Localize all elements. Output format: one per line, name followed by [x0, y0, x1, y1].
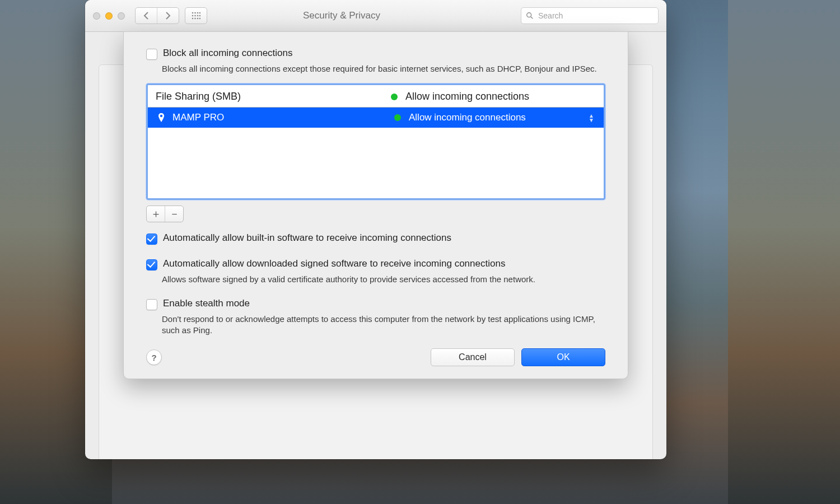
- maximize-icon[interactable]: [118, 12, 125, 20]
- stealth-desc: Don't respond to or acknowledge attempts…: [162, 314, 599, 337]
- chevron-updown-icon: ▲▼: [587, 114, 596, 122]
- search-icon: [526, 12, 534, 20]
- apps-list-empty: [148, 128, 604, 198]
- status-dot-icon: [394, 114, 401, 121]
- search-field[interactable]: [521, 7, 659, 24]
- firewall-options-sheet: Block all incoming connections Blocks al…: [123, 31, 628, 379]
- stealth-label: Enable stealth mode: [163, 298, 250, 309]
- add-button[interactable]: ＋: [147, 206, 165, 222]
- stealth-option[interactable]: Enable stealth mode: [146, 298, 605, 310]
- app-name: MAMP PRO: [172, 112, 394, 123]
- desktop-bg-right: [728, 0, 840, 504]
- remove-button[interactable]: －: [165, 206, 183, 222]
- service-name: File Sharing (SMB): [156, 91, 391, 102]
- auto-builtin-option[interactable]: Automatically allow built-in software to…: [146, 232, 605, 245]
- auto-builtin-checkbox[interactable]: [146, 234, 157, 245]
- cancel-button[interactable]: Cancel: [431, 348, 515, 366]
- window-title: Security & Privacy: [168, 10, 515, 21]
- traffic-lights: [93, 12, 125, 20]
- svg-point-15: [160, 115, 162, 117]
- service-row[interactable]: File Sharing (SMB) Allow incoming connec…: [148, 85, 604, 108]
- search-input[interactable]: [537, 11, 654, 21]
- block-all-label: Block all incoming connections: [163, 48, 293, 59]
- block-all-desc: Blocks all incoming connections except t…: [162, 63, 599, 74]
- close-icon[interactable]: [93, 12, 100, 20]
- auto-signed-label: Automatically allow downloaded signed so…: [163, 258, 505, 269]
- firewall-apps-list[interactable]: File Sharing (SMB) Allow incoming connec…: [146, 83, 605, 200]
- app-row-selected[interactable]: MAMP PRO Allow incoming connections ▲▼: [148, 108, 604, 128]
- block-all-checkbox[interactable]: [146, 49, 157, 60]
- window-toolbar: Security & Privacy: [85, 0, 666, 32]
- minimize-icon[interactable]: [105, 12, 113, 20]
- auto-signed-option[interactable]: Automatically allow downloaded signed so…: [146, 258, 605, 270]
- svg-line-14: [531, 17, 533, 18]
- sheet-footer: ? Cancel OK: [146, 348, 605, 366]
- ok-button[interactable]: OK: [521, 348, 605, 366]
- app-status-select[interactable]: Allow incoming connections ▲▼: [394, 112, 596, 123]
- add-remove-buttons: ＋ －: [146, 206, 184, 222]
- back-button[interactable]: [136, 8, 157, 24]
- block-all-option[interactable]: Block all incoming connections: [146, 48, 605, 60]
- app-icon: [156, 112, 167, 123]
- auto-signed-checkbox[interactable]: [146, 259, 157, 270]
- service-status: Allow incoming connections: [405, 91, 529, 102]
- help-button[interactable]: ?: [146, 349, 162, 365]
- svg-point-13: [527, 13, 531, 17]
- status-dot-icon: [391, 94, 398, 100]
- stealth-checkbox[interactable]: [146, 299, 157, 310]
- auto-builtin-label: Automatically allow built-in software to…: [163, 232, 451, 244]
- app-status-label: Allow incoming connections: [409, 112, 526, 123]
- auto-signed-desc: Allows software signed by a valid certif…: [162, 274, 599, 285]
- preferences-window: Security & Privacy Block all incoming co…: [85, 0, 666, 459]
